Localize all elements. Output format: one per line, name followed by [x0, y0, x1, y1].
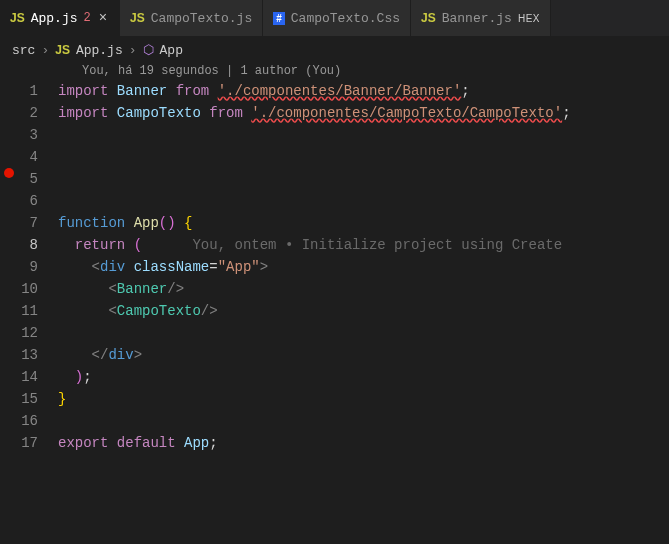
line-number: 5: [18, 168, 58, 190]
tab-bar: JS App.js 2 × JS CampoTexto.js # CampoTe…: [0, 0, 669, 36]
line-number: 8: [18, 234, 58, 256]
breadcrumb-symbol: App: [160, 43, 183, 58]
breakpoint-gutter[interactable]: [0, 168, 18, 178]
line-number: 17: [18, 432, 58, 454]
code-line: 5: [0, 168, 669, 190]
code-line: 10 <Banner/>: [0, 278, 669, 300]
code-line: 2 import CampoTexto from './componentes/…: [0, 102, 669, 124]
line-number: 7: [18, 212, 58, 234]
js-icon: JS: [421, 11, 436, 25]
code-line: 6: [0, 190, 669, 212]
code-line: 9 <div className="App">: [0, 256, 669, 278]
git-blame-ghost: You, ontem • Initialize project using Cr…: [192, 237, 562, 253]
close-icon[interactable]: ×: [97, 10, 109, 26]
code-line: 11 <CampoTexto/>: [0, 300, 669, 322]
chevron-right-icon: ›: [129, 43, 137, 58]
line-number: 14: [18, 366, 58, 388]
breadcrumb-folder: src: [12, 43, 35, 58]
code-editor[interactable]: You, há 19 segundos | 1 author (You) 1 i…: [0, 64, 669, 454]
line-number: 15: [18, 388, 58, 410]
line-number: 12: [18, 322, 58, 344]
code-line: 8 return ( You, ontem • Initialize proje…: [0, 234, 669, 256]
tab-campotexto-css[interactable]: # CampoTexto.Css: [263, 0, 411, 36]
code-line: 16: [0, 410, 669, 432]
code-line: 13 </div>: [0, 344, 669, 366]
tab-problems-badge: 2: [84, 11, 91, 25]
line-number: 16: [18, 410, 58, 432]
tab-label: CampoTexto.js: [151, 11, 252, 26]
tab-banner-js[interactable]: JS Banner.js HEX: [411, 0, 551, 36]
breadcrumb[interactable]: src › JS App.js › ⬡ App: [0, 36, 669, 64]
line-number: 10: [18, 278, 58, 300]
code-line: 14 );: [0, 366, 669, 388]
css-icon: #: [273, 12, 285, 25]
breakpoint-icon[interactable]: [4, 168, 14, 178]
line-number: 11: [18, 300, 58, 322]
chevron-right-icon: ›: [41, 43, 49, 58]
tab-label: Banner.js: [442, 11, 512, 26]
js-icon: JS: [55, 43, 70, 57]
code-line: 7 function App() {: [0, 212, 669, 234]
code-line: 15 }: [0, 388, 669, 410]
code-line: 3: [0, 124, 669, 146]
tab-label: App.js: [31, 11, 78, 26]
js-icon: JS: [130, 11, 145, 25]
line-number: 1: [18, 80, 58, 102]
line-number: 2: [18, 102, 58, 124]
symbol-icon: ⬡: [143, 42, 154, 58]
line-number: 13: [18, 344, 58, 366]
code-line: 17 export default App;: [0, 432, 669, 454]
tab-label: CampoTexto.Css: [291, 11, 400, 26]
line-number: 6: [18, 190, 58, 212]
js-icon: JS: [10, 11, 25, 25]
code-line: 12: [0, 322, 669, 344]
line-number: 3: [18, 124, 58, 146]
tab-campotexto-js[interactable]: JS CampoTexto.js: [120, 0, 263, 36]
line-number: 9: [18, 256, 58, 278]
line-number: 4: [18, 146, 58, 168]
codelens-author[interactable]: You, há 19 segundos | 1 author (You): [0, 64, 669, 80]
hex-badge: HEX: [518, 13, 540, 24]
tab-app-js[interactable]: JS App.js 2 ×: [0, 0, 120, 36]
code-line: 1 import Banner from './componentes/Bann…: [0, 80, 669, 102]
breadcrumb-file: App.js: [76, 43, 123, 58]
code-line: 4: [0, 146, 669, 168]
